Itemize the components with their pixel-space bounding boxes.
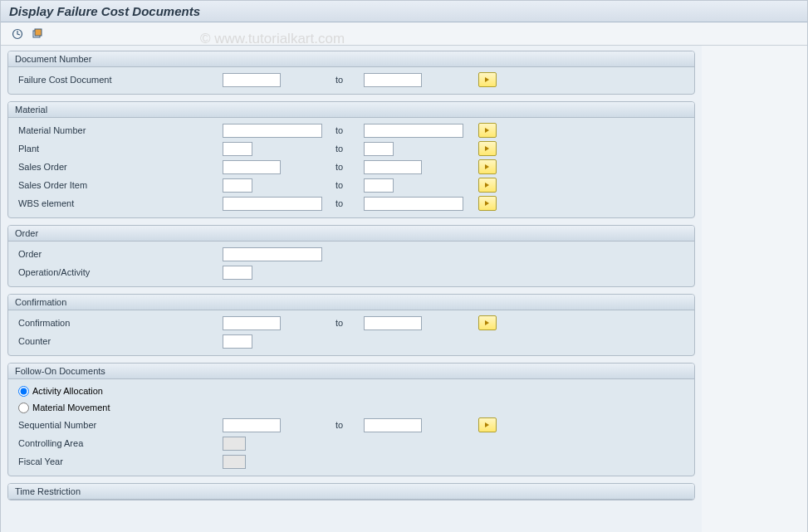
material-movement-radio[interactable] [18, 403, 29, 413]
arrow-right-icon [483, 421, 492, 429]
sequential-number-from-input[interactable] [223, 418, 281, 432]
failure-cost-label: Failure Cost Document [15, 75, 223, 85]
group-title: Order [8, 226, 694, 242]
activity-allocation-radio[interactable] [18, 386, 29, 397]
group-title: Confirmation [8, 295, 694, 310]
arrow-right-icon [483, 319, 492, 327]
confirmation-from-input[interactable] [223, 316, 281, 330]
sequential-number-label: Sequential Number [15, 420, 223, 430]
group-title: Document Number [8, 51, 694, 67]
toolbar [1, 22, 807, 46]
confirmation-label: Confirmation [15, 318, 223, 328]
material-number-label: Material Number [15, 125, 223, 135]
sales-order-item-to-input[interactable] [364, 178, 394, 193]
controlling-area-input [223, 437, 246, 451]
to-label: to [331, 198, 364, 208]
group-order: Order Order Operation/Activity [7, 225, 695, 287]
clock-execute-icon [12, 28, 23, 40]
wbs-element-label: WBS element [15, 198, 223, 208]
material-number-multiselect-button[interactable] [478, 123, 497, 138]
sales-order-item-from-input[interactable] [223, 178, 252, 193]
group-time-restriction: Time Restriction [7, 483, 695, 500]
confirmation-multiselect-button[interactable] [478, 315, 497, 330]
failure-cost-from-input[interactable] [223, 73, 281, 87]
order-label: Order [15, 249, 223, 259]
arrow-right-icon [483, 181, 492, 189]
arrow-right-icon [483, 126, 492, 134]
plant-multiselect-button[interactable] [478, 141, 497, 156]
arrow-right-icon [483, 76, 492, 84]
to-label: to [331, 75, 364, 85]
counter-label: Counter [15, 336, 223, 346]
content-area: Document Number Failure Cost Document to [1, 46, 702, 532]
group-follow-on: Follow-On Documents Activity Allocation … [7, 363, 695, 476]
operation-label: Operation/Activity [15, 267, 223, 277]
activity-allocation-label: Activity Allocation [32, 386, 103, 396]
to-label: to [331, 180, 364, 190]
to-label: to [331, 420, 364, 430]
to-label: to [331, 162, 364, 172]
sales-order-to-input[interactable] [364, 160, 422, 174]
svg-rect-2 [35, 29, 42, 36]
plant-from-input[interactable] [223, 142, 252, 156]
sequential-number-to-input[interactable] [364, 418, 422, 432]
plant-label: Plant [15, 144, 223, 154]
plant-to-input[interactable] [364, 142, 394, 156]
sales-order-item-label: Sales Order Item [15, 180, 223, 190]
confirmation-to-input[interactable] [364, 316, 422, 330]
arrow-right-icon [483, 144, 492, 153]
failure-cost-to-input[interactable] [364, 73, 422, 87]
arrow-right-icon [483, 163, 492, 171]
order-input[interactable] [223, 247, 322, 261]
sales-order-from-input[interactable] [223, 160, 281, 174]
group-title: Time Restriction [8, 484, 694, 500]
to-label: to [331, 144, 364, 154]
execute-button[interactable] [9, 26, 26, 42]
fiscal-year-label: Fiscal Year [15, 456, 223, 466]
to-label: to [331, 318, 364, 328]
material-number-to-input[interactable] [364, 124, 463, 138]
sales-order-label: Sales Order [15, 162, 223, 172]
failure-cost-multiselect-button[interactable] [478, 72, 497, 87]
group-document-number: Document Number Failure Cost Document to [7, 51, 695, 95]
sales-order-multiselect-button[interactable] [478, 159, 497, 174]
material-movement-label: Material Movement [32, 403, 110, 412]
controlling-area-label: Controlling Area [15, 438, 223, 448]
sales-order-item-multiselect-button[interactable] [478, 178, 497, 193]
group-title: Material [8, 102, 694, 118]
page-title: Display Failure Cost Documents [1, 1, 807, 22]
variants-icon [32, 28, 43, 40]
group-confirmation: Confirmation Confirmation to Counter [7, 294, 695, 356]
variants-button[interactable] [29, 26, 46, 42]
to-label: to [331, 125, 364, 135]
wbs-element-to-input[interactable] [364, 197, 463, 211]
sequential-number-multiselect-button[interactable] [478, 417, 497, 432]
group-material: Material Material Number to Plant to [7, 101, 695, 218]
wbs-element-multiselect-button[interactable] [478, 196, 497, 211]
material-number-from-input[interactable] [223, 124, 322, 138]
group-title: Follow-On Documents [8, 364, 694, 379]
counter-input[interactable] [223, 334, 252, 349]
fiscal-year-input [223, 455, 246, 469]
arrow-right-icon [483, 199, 492, 207]
operation-input[interactable] [223, 266, 252, 280]
wbs-element-from-input[interactable] [223, 197, 322, 211]
